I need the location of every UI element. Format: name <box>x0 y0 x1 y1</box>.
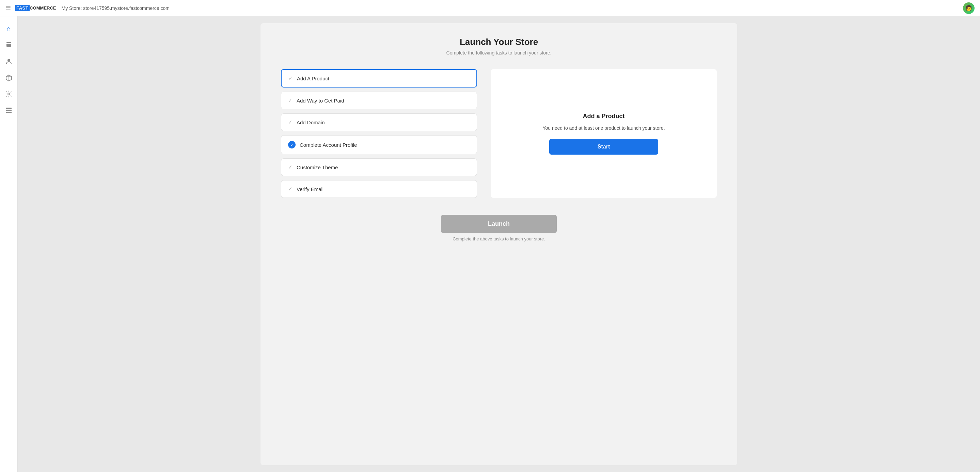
launch-footer: Launch Complete the above tasks to launc… <box>281 215 717 242</box>
check-icon-add-domain: ✓ <box>288 119 293 126</box>
start-button[interactable]: Start <box>549 139 658 155</box>
sidebar-item-products[interactable] <box>2 71 16 84</box>
launch-button[interactable]: Launch <box>441 215 557 233</box>
launch-footer-hint: Complete the above tasks to launch your … <box>281 236 717 242</box>
check-icon-customize-theme: ✓ <box>288 164 293 170</box>
sidebar: ⌂ <box>0 16 18 472</box>
task-item-customize-theme[interactable]: ✓ Customize Theme <box>281 158 477 176</box>
check-icon-add-product: ✓ <box>288 75 293 81</box>
main-wrapper: Launch Your Store Complete the following… <box>18 16 980 472</box>
sidebar-item-customers[interactable] <box>2 54 16 68</box>
detail-title: Add a Product <box>582 113 625 120</box>
sidebar-item-orders[interactable] <box>2 38 16 52</box>
logo: FASTCOMMERCE <box>15 5 56 11</box>
svg-rect-9 <box>6 108 11 109</box>
task-item-add-domain[interactable]: ✓ Add Domain <box>281 113 477 131</box>
logo-commerce: COMMERCE <box>30 5 56 11</box>
sidebar-item-home[interactable]: ⌂ <box>2 22 16 35</box>
detail-description: You need to add at least one product to … <box>542 126 665 131</box>
task-item-complete-profile[interactable]: ✓ Complete Account Profile <box>281 135 477 154</box>
store-url: My Store: store417595.mystore.fastcommer… <box>62 5 170 11</box>
svg-rect-3 <box>9 46 10 47</box>
svg-rect-2 <box>8 46 8 47</box>
task-item-verify-email[interactable]: ✓ Verify Email <box>281 180 477 198</box>
svg-rect-10 <box>6 110 11 111</box>
svg-point-4 <box>8 59 10 62</box>
svg-rect-1 <box>6 44 11 47</box>
check-icon-add-payment: ✓ <box>288 97 293 103</box>
check-icon-complete-profile: ✓ <box>288 141 296 148</box>
task-label-customize-theme: Customize Theme <box>297 164 338 170</box>
task-label-verify-email: Verify Email <box>297 186 323 192</box>
svg-point-8 <box>8 93 10 95</box>
svg-rect-11 <box>6 112 11 113</box>
avatar[interactable]: 🧑 <box>963 2 975 14</box>
content-columns: ✓ Add A Product ✓ Add Way to Get Paid ✓ … <box>281 69 717 198</box>
task-list: ✓ Add A Product ✓ Add Way to Get Paid ✓ … <box>281 69 477 198</box>
launch-header: Launch Your Store Complete the following… <box>281 37 717 56</box>
sidebar-item-channels[interactable] <box>2 103 16 117</box>
top-nav: ☰ FASTCOMMERCE My Store: store417595.mys… <box>0 0 980 16</box>
task-item-add-payment[interactable]: ✓ Add Way to Get Paid <box>281 92 477 109</box>
hamburger-icon[interactable]: ☰ <box>5 5 11 12</box>
page-title: Launch Your Store <box>281 37 717 47</box>
task-label-add-payment: Add Way to Get Paid <box>297 98 344 103</box>
page-subtitle: Complete the following tasks to launch y… <box>281 50 717 56</box>
sidebar-item-settings[interactable] <box>2 87 16 101</box>
page-container: Launch Your Store Complete the following… <box>261 23 737 465</box>
task-item-add-product[interactable]: ✓ Add A Product <box>281 69 477 87</box>
svg-rect-0 <box>6 42 11 43</box>
task-label-complete-profile: Complete Account Profile <box>300 142 357 148</box>
task-label-add-product: Add A Product <box>297 76 329 81</box>
detail-panel: Add a Product You need to add at least o… <box>491 69 717 198</box>
task-label-add-domain: Add Domain <box>297 119 325 126</box>
logo-fast: FAST <box>15 5 30 11</box>
check-icon-verify-email: ✓ <box>288 186 293 192</box>
